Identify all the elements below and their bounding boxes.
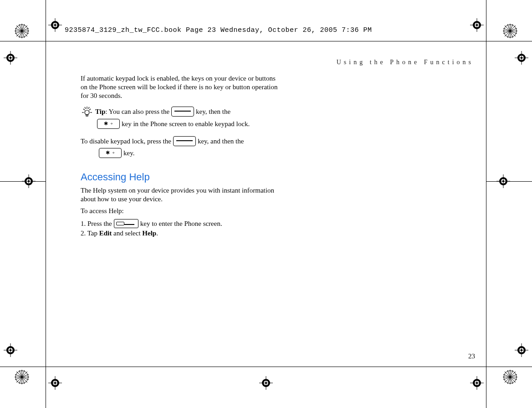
softkey-icon — [173, 136, 196, 146]
text: 2. Tap — [81, 230, 99, 237]
svg-line-95 — [83, 109, 85, 110]
text: key, then the — [196, 107, 230, 116]
svg-line-98 — [88, 107, 89, 109]
crosshair-icon — [515, 51, 528, 65]
svg-line-96 — [89, 109, 91, 110]
text: To disable keypad lock, press the — [81, 137, 171, 146]
star-key-icon — [97, 119, 120, 129]
paragraph: The Help system on your device provides … — [81, 186, 281, 204]
star-key-icon — [99, 148, 122, 158]
heading-accessing-help: Accessing Help — [81, 171, 281, 184]
crosshair-icon — [496, 174, 510, 188]
text: and select — [112, 230, 142, 237]
menu-edit: Edit — [99, 230, 112, 237]
text: 1. Press the — [81, 219, 112, 228]
crosshair-icon — [4, 51, 17, 65]
crosshair-icon — [259, 376, 273, 390]
svg-line-97 — [85, 107, 86, 109]
phone-key-icon — [114, 219, 138, 228]
text: key, and then the — [198, 137, 244, 146]
lightbulb-icon — [81, 106, 93, 117]
softkey-icon — [171, 107, 194, 117]
registration-mark-icon — [502, 369, 518, 385]
crosshair-icon — [48, 376, 62, 390]
step-1: 1. Press the key to enter the Phone scre… — [81, 219, 281, 228]
registration-mark-icon — [502, 23, 518, 39]
menu-help: Help — [142, 230, 156, 237]
svg-point-91 — [85, 110, 89, 115]
text: : You can also press the — [105, 108, 169, 115]
crosshair-icon — [470, 18, 484, 32]
paragraph: If automatic keypad lock is enabled, the… — [81, 74, 281, 100]
crosshair-icon — [22, 174, 36, 188]
step-2: 2. Tap Edit and select Help. — [81, 229, 281, 238]
text: key in the Phone screen to enable keypad… — [122, 120, 250, 128]
registration-mark-icon — [14, 23, 30, 39]
text: . — [156, 230, 158, 237]
body-content: If automatic keypad lock is enabled, the… — [81, 74, 281, 239]
document-slug: 9235874_3129_zh_tw_FCC.book Page 23 Wedn… — [65, 26, 372, 34]
svg-rect-99 — [86, 115, 88, 116]
text: key to enter the Phone screen. — [140, 219, 222, 228]
crosshair-icon — [470, 376, 484, 390]
section-header: Using the Phone Functions — [337, 59, 474, 66]
crosshair-icon — [48, 18, 62, 32]
crosshair-icon — [4, 343, 17, 357]
page-number: 23 — [468, 352, 475, 360]
paragraph: To access Help: — [81, 207, 281, 215]
text: key. — [123, 149, 134, 158]
crosshair-icon — [515, 343, 528, 357]
registration-mark-icon — [14, 369, 30, 385]
tip-label: Tip — [95, 108, 105, 115]
